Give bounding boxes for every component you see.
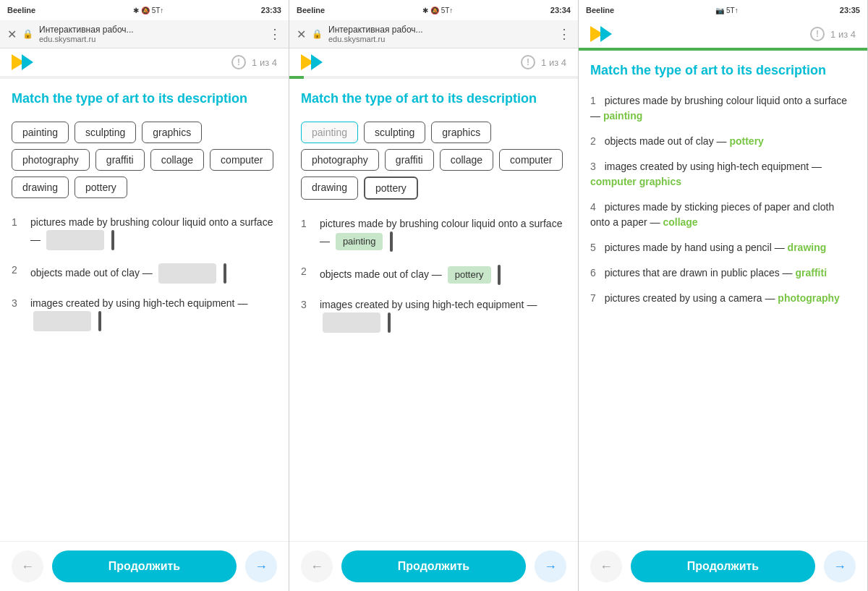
- question-title-3: Match the type of art to its description: [590, 62, 856, 79]
- menu-icon-1[interactable]: ⋮: [268, 26, 281, 42]
- url-area-1: Интерактивная рабоч... edu.skysmart.ru: [39, 25, 263, 43]
- chip-computer-2[interactable]: computer: [499, 149, 563, 171]
- forward-button-3[interactable]: →: [824, 550, 856, 582]
- chip-pottery-1[interactable]: pottery: [75, 177, 127, 198]
- svg-marker-3: [311, 54, 323, 70]
- chip-graphics-1[interactable]: graphics: [142, 122, 202, 143]
- chip-computer-1[interactable]: computer: [210, 149, 273, 171]
- network-icon-3: 📷 5T↑: [715, 7, 738, 14]
- question-item-1: 1 pictures made by brushing colour liqui…: [12, 216, 277, 250]
- header-right-2: ! 1 из 4: [521, 55, 566, 69]
- chip-drawing-1[interactable]: drawing: [12, 177, 69, 198]
- answer-label-3-3a: computer: [590, 176, 637, 187]
- q-num-1: 1: [12, 216, 26, 230]
- answer-label-3-5: drawing: [788, 242, 827, 253]
- carrier-2: Beeline: [297, 6, 325, 14]
- back-button-1[interactable]: ←: [12, 550, 43, 582]
- drop-indicator-1-3: [98, 311, 101, 331]
- svg-marker-1: [22, 54, 33, 70]
- status-icons-2: ✱ 🔕 5T↑: [422, 7, 454, 14]
- chip-pottery-2[interactable]: pottery: [364, 177, 418, 200]
- answer-blank-2-3[interactable]: [323, 312, 380, 333]
- bluetooth-icon-2: ✱: [422, 7, 428, 14]
- chip-graffiti-2[interactable]: graffiti: [385, 149, 434, 171]
- answer-line-3-2: 2 objects made out of clay — pottery: [590, 134, 856, 149]
- app-header-2: ! 1 из 4: [289, 48, 578, 76]
- play-logo-3: [590, 26, 612, 42]
- info-icon-2[interactable]: !: [521, 55, 535, 69]
- q-num-3-6: 6: [590, 267, 596, 279]
- q-num-2-1: 1: [301, 217, 315, 231]
- mute-icon-2: 🔕: [430, 7, 439, 14]
- forward-button-2[interactable]: →: [535, 550, 566, 582]
- chip-photography-2[interactable]: photography: [301, 149, 379, 171]
- question-item-2-2: 2 objects made out of clay — pottery: [301, 265, 566, 285]
- back-button-3[interactable]: ←: [590, 550, 622, 582]
- continue-button-1[interactable]: Продолжить: [52, 550, 237, 582]
- lock-icon-2: 🔒: [312, 29, 323, 39]
- chip-drawing-2[interactable]: drawing: [301, 177, 358, 200]
- q-text-1: pictures made by brushing colour liquid …: [30, 216, 277, 250]
- chip-collage-1[interactable]: collage: [150, 149, 204, 171]
- q-num-3-1: 1: [590, 95, 596, 106]
- menu-icon-2[interactable]: ⋮: [558, 26, 571, 42]
- chip-collage-2[interactable]: collage: [440, 149, 493, 171]
- q-text-2-3: images created by using high-tech equipm…: [320, 298, 566, 333]
- drop-indicator-1-2: [224, 263, 226, 284]
- carrier-1: Beeline: [7, 6, 35, 14]
- q-num-3-2: 2: [590, 135, 596, 147]
- answer-line-3-3: 3 images created by using high-tech equi…: [590, 159, 856, 190]
- status-icons-1: ✱ 🔕 5T↑: [133, 7, 164, 14]
- answer-line-3-4: 4 pictures made by sticking pieces of pa…: [590, 200, 856, 230]
- questions-list-2: 1 pictures made by brushing colour liqui…: [301, 217, 566, 332]
- answer-label-3-4: collage: [663, 216, 697, 228]
- answer-blank-1-2[interactable]: [158, 263, 216, 284]
- chip-graffiti-1[interactable]: graffiti: [95, 149, 145, 171]
- continue-button-3[interactable]: Продолжить: [631, 550, 815, 582]
- chip-painting-1[interactable]: painting: [12, 122, 69, 143]
- q-text-2: objects made out of clay —: [30, 263, 277, 284]
- back-button-2[interactable]: ←: [301, 550, 333, 582]
- bottom-nav-2: ← Продолжить →: [289, 541, 578, 591]
- answer-label-3-7: photography: [778, 292, 840, 304]
- close-button-1[interactable]: ✕: [7, 27, 17, 41]
- chip-sculpting-1[interactable]: sculpting: [75, 122, 136, 143]
- drop-indicator-2-3: [388, 312, 391, 333]
- info-icon-3[interactable]: !: [810, 27, 825, 41]
- content-area-3: Match the type of art to its description…: [579, 51, 867, 541]
- status-bar-3: Beeline 📷 5T↑ 23:35: [579, 0, 867, 20]
- url-area-2: Интерактивная рабоч... edu.skysmart.ru: [328, 25, 552, 43]
- answer-line-3-7: 7 pictures created by using a camera — p…: [590, 291, 856, 306]
- time-2: 23:34: [550, 6, 571, 14]
- chip-painting-2[interactable]: painting: [301, 122, 358, 143]
- info-icon-1[interactable]: !: [231, 55, 246, 69]
- network-icon-2: 5T↑: [441, 7, 454, 14]
- answer-label-3-3b: graphics: [639, 176, 681, 187]
- q-num-2: 2: [12, 263, 26, 278]
- q-num-3-4: 4: [590, 201, 596, 213]
- continue-button-2[interactable]: Продолжить: [341, 550, 526, 582]
- drop-indicator-2-2: [498, 265, 501, 285]
- answer-filled-2-1[interactable]: painting: [336, 233, 383, 250]
- bluetooth-icon-1: ✱: [133, 7, 139, 14]
- answer-label-3-2: pottery: [729, 135, 763, 147]
- forward-button-1[interactable]: →: [245, 550, 277, 582]
- q-num-3-5: 5: [590, 242, 596, 253]
- browser-bar-1: ✕ 🔒 Интерактивная рабоч... edu.skysmart.…: [0, 20, 289, 48]
- phone-panel-2: Beeline ✱ 🔕 5T↑ 23:34 ✕ 🔒 Интерактивная …: [289, 0, 579, 591]
- question-item-2: 2 objects made out of clay —: [12, 263, 277, 284]
- answer-label-3-6: graffiti: [796, 267, 827, 279]
- app-header-1: ! 1 из 4: [0, 48, 289, 76]
- chips-container-1: painting sculpting graphics photography …: [12, 122, 277, 198]
- close-button-2[interactable]: ✕: [297, 27, 306, 41]
- drop-indicator-1-1: [111, 230, 114, 250]
- phone-panel-3: Beeline 📷 5T↑ 23:35 ! 1 из 4 Match the t…: [579, 0, 868, 591]
- status-bar-1: Beeline ✱ 🔕 5T↑ 23:33: [0, 0, 289, 20]
- answer-blank-1-3[interactable]: [33, 311, 91, 331]
- chip-photography-1[interactable]: photography: [12, 149, 90, 171]
- answer-blank-1-1[interactable]: [46, 230, 104, 250]
- answer-filled-2-2[interactable]: pottery: [448, 266, 491, 284]
- chip-sculpting-2[interactable]: sculpting: [364, 122, 425, 143]
- chip-graphics-2[interactable]: graphics: [431, 122, 491, 143]
- lock-icon-1: 🔒: [22, 29, 33, 39]
